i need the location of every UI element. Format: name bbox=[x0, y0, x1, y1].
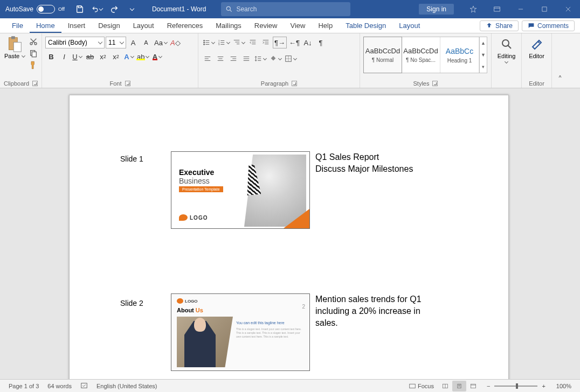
close-button[interactable] bbox=[556, 0, 580, 18]
rtl-direction-button[interactable]: ←¶ bbox=[288, 37, 301, 48]
tab-table-layout[interactable]: Layout bbox=[392, 18, 426, 33]
sort-button[interactable]: A↓ bbox=[302, 37, 314, 48]
view-read-mode[interactable] bbox=[438, 381, 452, 391]
strikethrough-button[interactable]: ab bbox=[84, 51, 96, 62]
show-hide-button[interactable]: ¶ bbox=[315, 37, 327, 48]
font-label: Font bbox=[109, 80, 121, 87]
font-size-combo[interactable]: 11 bbox=[106, 37, 126, 48]
maximize-button[interactable] bbox=[533, 0, 556, 18]
comments-button[interactable]: Comments bbox=[522, 20, 575, 31]
format-painter-icon[interactable] bbox=[28, 60, 39, 70]
tab-mailings[interactable]: Mailings bbox=[209, 18, 248, 33]
view-web-layout[interactable] bbox=[466, 381, 480, 391]
ribbon-display-icon[interactable] bbox=[485, 0, 509, 18]
page[interactable]: Slide 1 Executive Business Presentation … bbox=[69, 95, 509, 379]
style-gallery-up[interactable]: ▲ bbox=[480, 37, 487, 49]
styles-dialog-launcher[interactable] bbox=[432, 81, 438, 86]
slide-2-thumbnail[interactable]: LOGO 2 About Us You can edit this taglin… bbox=[171, 293, 310, 371]
autosave-control[interactable]: AutoSave Off bbox=[0, 5, 70, 13]
align-center-button[interactable] bbox=[215, 53, 226, 65]
multilevel-list-button[interactable] bbox=[232, 37, 246, 48]
tab-layout[interactable]: Layout bbox=[127, 18, 161, 33]
align-left-button[interactable] bbox=[202, 53, 213, 65]
qat-customize-icon[interactable] bbox=[126, 4, 137, 15]
group-styles: AaBbCcDd ¶ Normal AaBbCcDd ¶ No Spac... … bbox=[360, 33, 492, 88]
line-spacing-button[interactable] bbox=[253, 53, 267, 65]
justify-button[interactable] bbox=[240, 53, 252, 65]
status-spellcheck-icon[interactable] bbox=[76, 382, 92, 390]
tab-home[interactable]: Home bbox=[30, 18, 61, 33]
shrink-font-button[interactable]: A bbox=[140, 37, 152, 48]
zoom-slider[interactable]: − + bbox=[480, 383, 552, 389]
sign-in-button[interactable]: Sign in bbox=[419, 4, 454, 15]
numbering-button[interactable]: 123 bbox=[217, 37, 231, 48]
slide-2-notes[interactable]: Mention sales trends for Q1 including a … bbox=[315, 293, 445, 329]
view-print-layout[interactable] bbox=[452, 381, 466, 391]
zoom-track[interactable] bbox=[494, 386, 537, 387]
decrease-indent-button[interactable] bbox=[247, 37, 259, 48]
cut-icon[interactable] bbox=[28, 37, 39, 46]
undo-icon[interactable] bbox=[92, 4, 102, 15]
style-no-spacing[interactable]: AaBbCcDd ¶ No Spac... bbox=[402, 37, 440, 73]
document-area[interactable]: Slide 1 Executive Business Presentation … bbox=[0, 88, 580, 379]
zoom-in-button[interactable]: + bbox=[540, 383, 547, 389]
grow-font-button[interactable]: A bbox=[127, 37, 139, 48]
slide2-tagline: You can edit this tagline here bbox=[236, 321, 285, 325]
status-language[interactable]: English (United States) bbox=[92, 383, 162, 389]
status-focus-mode[interactable]: Focus bbox=[405, 383, 438, 389]
copy-icon[interactable] bbox=[28, 48, 39, 58]
font-color-button[interactable]: A bbox=[151, 51, 163, 62]
font-name-combo[interactable]: Calibri (Body) bbox=[45, 37, 105, 48]
tab-table-design[interactable]: Table Design bbox=[339, 18, 392, 33]
slide-1-thumbnail[interactable]: Executive Business Presentation Template… bbox=[171, 151, 310, 229]
zoom-out-button[interactable]: − bbox=[485, 383, 492, 389]
increase-indent-button[interactable] bbox=[260, 37, 272, 48]
change-case-button[interactable]: Aa bbox=[153, 37, 168, 48]
tab-review[interactable]: Review bbox=[248, 18, 284, 33]
status-page-info[interactable]: Page 1 of 3 bbox=[4, 383, 43, 389]
superscript-button[interactable]: x2 bbox=[110, 51, 122, 62]
share-button[interactable]: Share bbox=[480, 20, 519, 31]
tab-view[interactable]: View bbox=[284, 18, 312, 33]
underline-button[interactable]: U bbox=[71, 51, 83, 62]
bold-button[interactable]: B bbox=[45, 51, 57, 62]
minimize-button[interactable] bbox=[509, 0, 533, 18]
clear-formatting-button[interactable]: A◇ bbox=[169, 37, 182, 48]
svg-rect-9 bbox=[11, 36, 15, 39]
font-dialog-launcher[interactable] bbox=[125, 81, 130, 86]
shading-button[interactable] bbox=[268, 53, 282, 65]
search-box[interactable]: Search bbox=[221, 2, 350, 16]
bullets-button[interactable] bbox=[202, 37, 216, 48]
tab-references[interactable]: References bbox=[161, 18, 209, 33]
paragraph-dialog-launcher[interactable] bbox=[292, 81, 297, 86]
svg-line-57 bbox=[508, 46, 511, 49]
style-gallery-down[interactable]: ▼ bbox=[480, 49, 487, 61]
highlight-color-button[interactable]: ab bbox=[136, 51, 150, 62]
tab-help[interactable]: Help bbox=[312, 18, 339, 33]
tab-insert[interactable]: Insert bbox=[61, 18, 92, 33]
redo-icon[interactable] bbox=[109, 4, 120, 15]
slide-1-notes[interactable]: Q1 Sales Report Discuss Major Milestones bbox=[315, 151, 466, 175]
clipboard-dialog-launcher[interactable] bbox=[32, 81, 38, 86]
style-gallery-more[interactable]: ▾ bbox=[480, 61, 487, 73]
ltr-direction-button[interactable]: ¶→ bbox=[273, 37, 287, 48]
tab-design[interactable]: Design bbox=[92, 18, 126, 33]
status-word-count[interactable]: 64 words bbox=[43, 383, 76, 389]
align-right-button[interactable] bbox=[227, 53, 239, 65]
save-icon[interactable] bbox=[74, 4, 85, 15]
zoom-level[interactable]: 100% bbox=[552, 383, 576, 389]
tab-file[interactable]: File bbox=[5, 18, 30, 33]
zoom-thumb[interactable] bbox=[516, 383, 518, 389]
italic-button[interactable]: I bbox=[58, 51, 70, 62]
subscript-button[interactable]: x2 bbox=[97, 51, 109, 62]
editor-button[interactable]: Editor bbox=[525, 34, 548, 59]
style-normal[interactable]: AaBbCcDd ¶ Normal bbox=[363, 37, 402, 73]
borders-button[interactable] bbox=[284, 53, 298, 65]
paste-button[interactable]: Paste bbox=[3, 34, 26, 60]
text-effects-button[interactable]: A bbox=[123, 51, 135, 62]
style-heading-1[interactable]: AaBbCc Heading 1 bbox=[440, 37, 479, 73]
autosave-toggle[interactable] bbox=[37, 5, 55, 13]
collapse-ribbon-button[interactable]: ˄ bbox=[552, 33, 568, 88]
coming-soon-icon[interactable] bbox=[461, 0, 485, 18]
editing-button[interactable]: Editing bbox=[495, 34, 518, 63]
